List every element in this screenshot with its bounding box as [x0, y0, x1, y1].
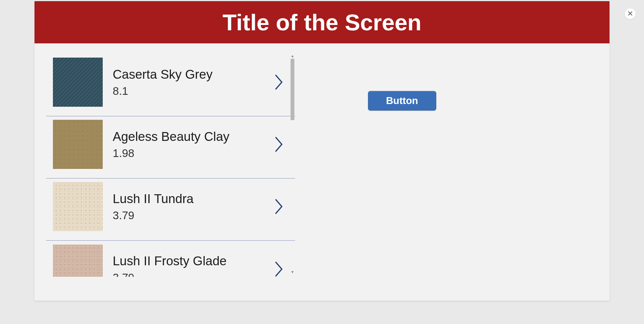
scroll-thumb[interactable]	[291, 59, 294, 120]
primary-button[interactable]: Button	[368, 91, 436, 111]
close-button[interactable]	[625, 8, 636, 19]
list-item[interactable]: Lush II Tundra 3.79	[46, 179, 295, 241]
product-swatch	[53, 58, 103, 107]
chevron-right-icon	[274, 74, 284, 90]
product-info: Caserta Sky Grey 8.1	[113, 67, 274, 98]
scroll-track[interactable]	[290, 59, 295, 270]
product-name: Lush II Frosty Glade	[113, 254, 274, 268]
chevron-right-icon	[274, 261, 284, 277]
list-item[interactable]: Ageless Beauty Clay 1.98	[46, 116, 295, 179]
scroll-up-arrow-icon[interactable]: ▲	[291, 54, 294, 59]
product-price: 3.79	[113, 209, 274, 222]
page-title: Title of the Screen	[222, 9, 421, 36]
product-swatch	[53, 245, 103, 277]
product-name: Caserta Sky Grey	[113, 67, 274, 82]
main-container: Title of the Screen Caserta Sky Grey 8.1	[34, 1, 610, 301]
close-icon	[628, 10, 632, 17]
product-info: Lush II Frosty Glade 3.79	[113, 254, 274, 277]
product-list: Caserta Sky Grey 8.1 Ageless Beauty Clay…	[46, 54, 295, 277]
list-panel: Caserta Sky Grey 8.1 Ageless Beauty Clay…	[34, 43, 295, 301]
product-swatch	[53, 120, 103, 169]
header: Title of the Screen	[34, 1, 610, 43]
product-price: 3.79	[113, 271, 274, 277]
chevron-right-icon	[274, 198, 284, 215]
scrollbar[interactable]: ▲ ▼	[290, 54, 295, 275]
list-item[interactable]: Caserta Sky Grey 8.1	[46, 54, 295, 116]
content-area: Caserta Sky Grey 8.1 Ageless Beauty Clay…	[34, 43, 610, 301]
product-info: Ageless Beauty Clay 1.98	[113, 129, 274, 160]
product-price: 8.1	[113, 85, 274, 98]
scroll-down-arrow-icon[interactable]: ▼	[291, 270, 294, 275]
product-price: 1.98	[113, 147, 274, 160]
product-swatch	[53, 182, 103, 231]
chevron-right-icon	[274, 136, 284, 152]
list-item[interactable]: Lush II Frosty Glade 3.79	[46, 241, 295, 277]
product-name: Ageless Beauty Clay	[113, 129, 274, 144]
product-info: Lush II Tundra 3.79	[113, 192, 274, 222]
action-panel: Button	[295, 43, 610, 301]
product-name: Lush II Tundra	[113, 192, 274, 206]
